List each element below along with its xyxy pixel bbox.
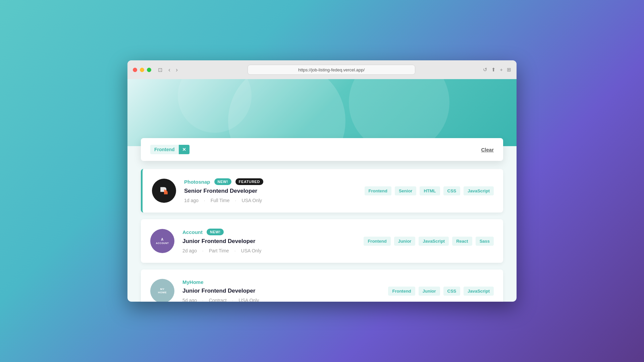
- page-content: Frontend ✕ Clear Photosnap: [127, 79, 517, 302]
- close-button[interactable]: [133, 68, 137, 72]
- forward-button[interactable]: ›: [174, 65, 180, 75]
- back-button[interactable]: ‹: [166, 65, 172, 75]
- skill-tag[interactable]: JavaScript: [464, 186, 494, 195]
- clear-button[interactable]: Clear: [481, 147, 494, 153]
- separator: ·: [202, 248, 204, 253]
- minimize-button[interactable]: [140, 68, 144, 72]
- job-header: Photosnap NEW! FEATURED: [184, 178, 357, 185]
- skill-tags-myhome: Frontend Junior CSS JavaScript: [388, 287, 494, 296]
- account-logo-text: A: [161, 238, 164, 241]
- share-icon[interactable]: ⬆: [491, 67, 496, 73]
- job-header: MyHome: [182, 279, 380, 285]
- job-card[interactable]: MYHOME MyHome Junior Frontend Developer …: [141, 269, 503, 302]
- address-bar-container: https://job-listing-fedeq.vercel.app/: [184, 65, 479, 75]
- skill-tag[interactable]: Junior: [394, 237, 416, 246]
- job-meta: 1d ago · Full Time · USA Only: [184, 198, 357, 203]
- skill-tags-photosnap: Frontend Senior HTML CSS JavaScript: [365, 186, 494, 195]
- company-name: MyHome: [182, 279, 204, 285]
- skill-tag[interactable]: Sass: [476, 237, 494, 246]
- account-logo-inner: A ACCOUNT: [156, 238, 169, 244]
- time-ago: 5d ago: [182, 298, 197, 302]
- skill-tag[interactable]: CSS: [443, 186, 461, 195]
- company-name: Account: [182, 229, 203, 235]
- filter-tag-label: Frontend: [150, 145, 179, 154]
- skill-tag[interactable]: HTML: [420, 186, 440, 195]
- job-type: Part Time: [209, 248, 229, 253]
- nav-buttons: ‹ ›: [166, 65, 180, 75]
- hero-header: [127, 79, 517, 146]
- sidebar-toggle-icon[interactable]: ⊡: [158, 67, 162, 73]
- job-card[interactable]: A ACCOUNT Account NEW! Junior Frontend D…: [141, 219, 503, 263]
- skill-tags-account: Frontend Junior JavaScript React Sass: [364, 237, 494, 246]
- tabs-icon[interactable]: ⊞: [507, 67, 511, 73]
- skill-tag[interactable]: Junior: [419, 287, 440, 296]
- job-title[interactable]: Junior Frontend Developer: [182, 288, 380, 294]
- skill-tag[interactable]: React: [452, 237, 472, 246]
- new-badge: NEW!: [207, 229, 224, 235]
- browser-chrome: ⊡ ‹ › https://job-listing-fedeq.vercel.a…: [127, 60, 517, 79]
- job-type: Full Time: [211, 198, 230, 203]
- new-badge: NEW!: [214, 178, 231, 185]
- hero-blob: [178, 79, 252, 133]
- browser-window: ⊡ ‹ › https://job-listing-fedeq.vercel.a…: [127, 60, 517, 302]
- job-info-photosnap: Photosnap NEW! FEATURED Senior Frontend …: [184, 178, 357, 203]
- traffic-lights: [133, 68, 151, 72]
- job-type: Contract: [209, 298, 227, 302]
- skill-tag[interactable]: JavaScript: [419, 237, 449, 246]
- job-card[interactable]: Photosnap NEW! FEATURED Senior Frontend …: [141, 169, 503, 213]
- separator: ·: [232, 298, 233, 302]
- featured-badge: FEATURED: [235, 178, 263, 185]
- company-logo-myhome: MYHOME: [150, 279, 174, 302]
- account-logo-subtext: ACCOUNT: [156, 242, 169, 244]
- location: USA Only: [241, 198, 262, 203]
- filter-tag-remove-icon[interactable]: ✕: [179, 145, 190, 154]
- filter-tag-frontend[interactable]: Frontend ✕: [150, 145, 190, 154]
- maximize-button[interactable]: [147, 68, 151, 72]
- skill-tag[interactable]: JavaScript: [464, 287, 494, 296]
- skill-tag[interactable]: CSS: [443, 287, 461, 296]
- separator: ·: [235, 198, 236, 203]
- jobs-list: Photosnap NEW! FEATURED Senior Frontend …: [127, 161, 517, 302]
- separator: ·: [202, 298, 204, 302]
- time-ago: 1d ago: [184, 198, 199, 203]
- time-ago: 2d ago: [182, 248, 197, 253]
- job-header: Account NEW!: [182, 229, 356, 235]
- location: USA Only: [241, 248, 262, 253]
- address-bar[interactable]: https://job-listing-fedeq.vercel.app/: [248, 65, 415, 75]
- myhome-logo-text: MYHOME: [158, 288, 167, 295]
- photosnap-logo-svg: [158, 185, 170, 197]
- url-text: https://job-listing-fedeq.vercel.app/: [298, 67, 365, 72]
- new-tab-icon[interactable]: +: [500, 67, 503, 73]
- skill-tag[interactable]: Frontend: [388, 287, 415, 296]
- job-info-account: Account NEW! Junior Frontend Developer 2…: [182, 229, 356, 253]
- skill-tag[interactable]: Frontend: [365, 186, 391, 195]
- separator: ·: [204, 198, 205, 203]
- browser-actions: ↺ ⬆ + ⊞: [483, 67, 511, 73]
- job-title[interactable]: Junior Frontend Developer: [182, 238, 356, 245]
- job-title[interactable]: Senior Frontend Developer: [184, 188, 357, 194]
- skill-tag[interactable]: Frontend: [364, 237, 390, 246]
- skill-tag[interactable]: Senior: [395, 186, 416, 195]
- job-info-myhome: MyHome Junior Frontend Developer 5d ago …: [182, 279, 380, 302]
- job-meta: 5d ago · Contract · USA Only: [182, 298, 380, 302]
- company-name: Photosnap: [184, 179, 210, 185]
- location: USA Only: [239, 298, 259, 302]
- separator: ·: [234, 248, 236, 253]
- filter-tags: Frontend ✕: [150, 145, 190, 154]
- filter-bar: Frontend ✕ Clear: [141, 138, 503, 161]
- company-logo-account: A ACCOUNT: [150, 229, 174, 253]
- company-logo-photosnap: [152, 179, 176, 203]
- job-meta: 2d ago · Part Time · USA Only: [182, 248, 356, 253]
- reload-icon[interactable]: ↺: [483, 67, 487, 73]
